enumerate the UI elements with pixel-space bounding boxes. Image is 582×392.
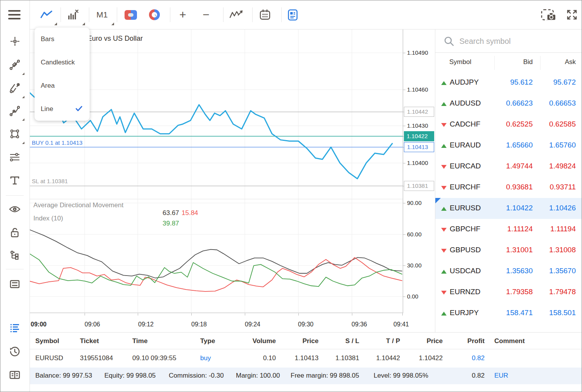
bid-value: 1.35630 [506,267,533,275]
object-list-button[interactable] [0,245,29,265]
down-arrow-icon [441,291,447,295]
bid-value: 1.10422 [506,204,533,212]
th-time[interactable]: Time [132,337,147,345]
ask-value: 0.62585 [549,120,576,128]
zoom-in-button[interactable]: + [175,0,191,29]
time-axis-label: 09:18 [191,321,207,328]
price-axis-label: 1.10430 [407,122,428,129]
timeframe-button[interactable]: M1 [94,0,111,29]
trade-list-button[interactable] [0,317,29,338]
price-axis-label: 1.10422 [404,131,434,141]
history-button[interactable] [0,342,29,362]
menu-item-area[interactable]: Area [35,74,90,97]
ask-value: 1.31008 [549,246,576,254]
th-type[interactable]: Type [200,337,215,345]
drawing-tools-sidebar [0,29,30,392]
price-axis[interactable]: 1.104901.104601.104421.104301.104221.104… [403,29,435,313]
channels-tool-button[interactable] [0,78,29,98]
market-watch-row[interactable]: EURNZD1.793581.79478 [435,282,582,303]
measure-tool-button[interactable] [0,55,29,75]
polyline-tool-button[interactable] [0,101,29,121]
menu-item-bars[interactable]: Bars [35,28,90,51]
trade-symbol[interactable]: EURUSD [35,354,63,362]
text-tool-button[interactable] [0,170,29,191]
trade-dialog-button[interactable] [0,274,29,294]
bid-value: 0.93681 [506,183,533,191]
main-menu-icon[interactable] [8,10,21,19]
fullscreen-arrows-icon [566,9,578,21]
dropdown-corner-indicator [82,23,85,25]
market-watch-row[interactable]: CADCHF0.625250.62585 [435,114,582,135]
price-axis-label: 1.10381 [404,181,434,191]
balance-value: Balance: 99 997.53 [35,372,92,380]
dropdown-corner-indicator [22,118,24,121]
th-price-open[interactable]: Price [302,337,319,345]
unlock-button[interactable] [0,222,29,243]
th-comment[interactable]: Comment [494,337,525,345]
objects-remove-button[interactable] [65,0,82,29]
bid-value: 0.66623 [506,99,533,108]
calendar-button[interactable] [257,0,273,29]
indicator-value-plus-di: 15.84 [182,209,198,217]
time-axis-label: 09:30 [298,321,314,328]
market-watch-row[interactable]: AUDUSD0.666230.66653 [435,93,582,114]
symbol-name: EURJPY [450,309,479,317]
market-watch-row[interactable]: AUDJPY95.61295.672 [435,72,582,93]
column-ask[interactable]: Ask [565,58,576,66]
th-price-current[interactable]: Price [426,337,443,345]
fullscreen-button[interactable] [564,0,580,29]
chart-type-button[interactable] [38,0,55,29]
parallel-lines-icon [9,83,20,94]
levels-tool-button[interactable] [0,147,29,167]
account-currency: EUR [494,372,508,380]
th-tp[interactable]: T / P [386,337,400,345]
one-click-trading-button[interactable] [124,0,138,29]
visibility-button[interactable] [0,199,29,219]
crosshair-tool-button[interactable] [0,31,29,51]
th-ticket[interactable]: Ticket [80,337,99,345]
adx-series--DI [30,254,402,287]
ask-value: 1.35670 [549,267,576,275]
market-watch-row[interactable]: EURUSD1.104221.10426 [435,198,582,219]
trade-list-icon [9,323,20,332]
symbol-name: CADCHF [450,120,480,128]
market-watch-rows: AUDJPY95.61295.672AUDUSD0.666230.66653CA… [435,72,582,324]
search-input[interactable] [459,34,577,48]
ask-value: 1.10426 [549,204,576,212]
bid-value: 1.31001 [506,246,533,254]
mt5-web-terminal: M1 + − [0,0,582,392]
th-volume[interactable]: Volume [253,337,276,345]
column-symbol[interactable]: Symbol [449,58,471,66]
price-axis-label: 30.00 [407,262,422,269]
shapes-tool-button[interactable] [0,124,29,144]
menu-item-line[interactable]: Line [35,97,90,121]
screenshot-button[interactable] [540,0,557,29]
level-value: Level: 99 998.05% [374,372,428,380]
market-watch-row[interactable]: EURAUD1.656601.65760 [435,135,582,156]
eye-icon [9,205,21,213]
market-hours-icon [149,9,160,20]
th-profit[interactable]: Profit [468,337,485,345]
time-axis-label: 09:24 [245,321,260,328]
symbol-name: EURUSD [450,204,481,212]
dropdown-corner-indicator [111,23,114,25]
menu-item-candlestick[interactable]: Candlestick [35,51,90,74]
market-watch-row[interactable]: EURCHF0.936810.93711 [435,177,582,198]
market-watch-row[interactable]: GBPCHF1.111241.11194 [435,219,582,240]
indicators-button[interactable] [229,0,244,29]
th-symbol[interactable]: Symbol [35,337,59,345]
zoom-out-button[interactable]: − [198,0,214,29]
column-bid[interactable]: Bid [523,58,533,66]
symbol-name: AUDUSD [450,99,481,108]
market-watch-row[interactable]: USDCAD1.356301.35670 [435,261,582,282]
news-button[interactable] [285,0,300,29]
journal-button[interactable] [0,365,29,385]
th-sl[interactable]: S / L [345,337,359,345]
market-hours-button[interactable] [148,0,161,29]
market-watch-row[interactable]: EURJPY158.471158.501 [435,303,582,324]
market-watch-row[interactable]: EURCAD1.497441.49824 [435,156,582,177]
down-arrow-icon [441,228,447,232]
market-watch-row[interactable]: GBPUSD1.310011.31008 [435,240,582,261]
time-axis[interactable]: 09:0009:0609:1209:1809:2409:3009:3609:41 [30,313,435,332]
symbol-name: EURCAD [450,162,481,170]
